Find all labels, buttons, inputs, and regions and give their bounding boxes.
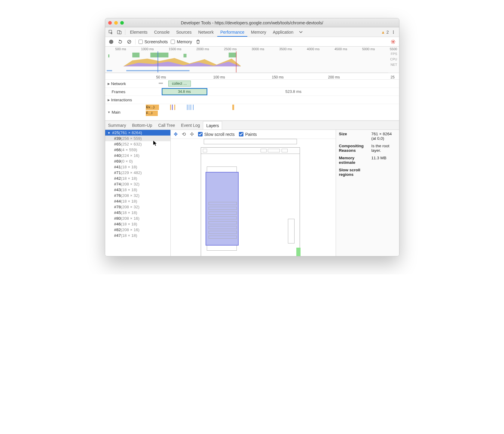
svg-rect-2 (119, 31, 121, 34)
more-tabs-icon[interactable] (297, 28, 305, 36)
svg-rect-18 (132, 53, 139, 57)
tab-application[interactable]: Application (270, 28, 297, 37)
flame-event[interactable]: Ev…) (146, 105, 159, 110)
layer-item[interactable]: #40(224 × 16) (105, 153, 170, 158)
reset-view-icon[interactable]: ✢ (190, 131, 194, 137)
record-button[interactable] (108, 39, 114, 45)
btab-summary[interactable]: Summary (105, 121, 129, 130)
overview-graph (105, 51, 388, 73)
paints-checkbox[interactable]: Paints (239, 132, 257, 137)
svg-line-7 (128, 41, 130, 43)
flame-ruler: 50 ms 100 ms 150 ms 200 ms 25 (105, 73, 399, 80)
inspect-icon[interactable] (107, 28, 115, 36)
btab-event-log[interactable]: Event Log (178, 121, 203, 130)
tab-elements[interactable]: Elements (127, 28, 151, 37)
layer-details: Size761 × 8264 (at 0,0) Compositing Reas… (336, 130, 399, 256)
svg-point-3 (393, 30, 394, 31)
capture-settings-icon[interactable] (390, 39, 396, 45)
perf-controls: Screenshots Memory (105, 37, 399, 47)
screenshots-checkbox[interactable]: Screenshots (139, 39, 168, 44)
svg-line-15 (392, 43, 392, 43)
layer-item[interactable]: #80(208 × 16) (105, 215, 170, 221)
devtools-window: Developer Tools - https://developers.goo… (105, 18, 399, 256)
svg-point-5 (393, 33, 394, 34)
viz-toolbar: ✥ ⟲ ✢ Slow scroll rects Paints (171, 130, 336, 139)
device-toggle-icon[interactable] (115, 28, 123, 36)
layer-item[interactable]: #46(18 × 18) (105, 221, 170, 227)
screenshots-label: Screenshots (145, 39, 168, 44)
btab-bottom-up[interactable]: Bottom-Up (129, 121, 155, 130)
memory-label: Memory (177, 39, 192, 44)
track-main[interactable]: ▼Main Ev…) F…l (105, 104, 399, 121)
layer-item[interactable]: #43(18 × 18) (105, 187, 170, 193)
cursor-icon (153, 141, 157, 146)
layers-panel: ▼ #25(761 × 8264)#39(256 × 559)#65(252 ×… (105, 130, 399, 256)
chevron-right-icon: ▶ (108, 98, 110, 102)
warning-icon: ▲ (381, 30, 385, 35)
svg-line-13 (392, 40, 392, 41)
frame-duration: 523.8 ms (286, 89, 301, 94)
frame-selected[interactable]: 34.8 ms (162, 89, 207, 95)
layer-item[interactable]: #41(18 × 18) (105, 164, 170, 170)
layer-item[interactable]: #39(256 × 559) (105, 136, 170, 141)
svg-rect-21 (228, 53, 236, 57)
track-interactions[interactable]: ▶Interactions (105, 96, 399, 104)
layer-item[interactable]: #78(208 × 32) (105, 204, 170, 210)
layer-item[interactable]: #69(0 × 0) (105, 158, 170, 164)
memory-checkbox[interactable]: Memory (171, 39, 192, 44)
kebab-menu-icon[interactable] (389, 28, 397, 36)
details-tabs: Summary Bottom-Up Call Tree Event Log La… (105, 121, 399, 130)
layer-item[interactable]: #71(229 × 482) (105, 170, 170, 176)
svg-rect-20 (183, 54, 186, 57)
viz-canvas[interactable] (171, 139, 336, 256)
svg-line-16 (394, 40, 395, 41)
tab-console[interactable]: Console (151, 28, 173, 37)
layer-item[interactable]: ▼ #25(761 × 8264) (105, 130, 170, 136)
flame-chart[interactable]: 50 ms 100 ms 150 ms 200 ms 25 ▶Network c… (105, 73, 399, 121)
overview-lane-labels: FPS CPU NET (390, 52, 397, 66)
layer-item[interactable]: #45(18 × 18) (105, 210, 170, 215)
panel-tabs: Elements Console Sources Network Perform… (105, 27, 399, 37)
layer-visualizer: ✥ ⟲ ✢ Slow scroll rects Paints (171, 130, 336, 256)
chevron-down-icon: ▼ (108, 111, 111, 114)
layer-item[interactable]: #76(208 × 32) (105, 193, 170, 198)
layer-item[interactable]: #44(18 × 18) (105, 198, 170, 204)
overview-timeline[interactable]: 500 ms 1000 ms 1500 ms 2000 ms 2500 ms 3… (105, 47, 399, 73)
svg-rect-17 (108, 54, 109, 57)
chevron-right-icon: ▶ (108, 82, 110, 85)
track-frames[interactable]: Frames 34.8 ms 523.8 ms (105, 88, 399, 96)
svg-point-4 (393, 32, 394, 32)
btab-layers[interactable]: Layers (203, 121, 222, 130)
reload-record-button[interactable] (117, 39, 123, 45)
tab-performance[interactable]: Performance (217, 28, 247, 37)
titlebar: Developer Tools - https://developers.goo… (105, 18, 399, 27)
svg-point-8 (393, 41, 394, 42)
layer-item[interactable]: #42(18 × 18) (105, 176, 170, 181)
track-network[interactable]: ▶Network collect … (105, 80, 399, 88)
pan-icon[interactable]: ✥ (174, 131, 178, 137)
layer-list[interactable]: ▼ #25(761 × 8264)#39(256 × 559)#65(252 ×… (105, 130, 171, 256)
layer-item[interactable]: #82(208 × 16) (105, 227, 170, 233)
svg-line-14 (394, 43, 395, 43)
layer-item[interactable]: #66(4 × 559) (105, 147, 170, 153)
svg-rect-19 (150, 53, 168, 57)
tab-network[interactable]: Network (195, 28, 217, 37)
tab-sources[interactable]: Sources (173, 28, 194, 37)
trash-button[interactable] (195, 39, 201, 45)
rotate-icon[interactable]: ⟲ (182, 131, 186, 137)
layer-item[interactable]: #74(208 × 32) (105, 181, 170, 187)
window-title: Developer Tools - https://developers.goo… (105, 20, 399, 25)
layer-item[interactable]: #65(252 × 632) (105, 141, 170, 147)
svg-rect-23 (107, 70, 112, 71)
tab-memory[interactable]: Memory (248, 28, 269, 37)
clear-button[interactable] (126, 39, 132, 45)
warning-count-value: 2 (386, 30, 389, 35)
btab-call-tree[interactable]: Call Tree (155, 121, 178, 130)
slow-scroll-rects-checkbox[interactable]: Slow scroll rects (198, 132, 235, 137)
flame-event[interactable]: F…l (146, 111, 158, 116)
layer-item[interactable]: #47(18 × 18) (105, 233, 170, 238)
warning-count[interactable]: ▲ 2 (381, 30, 389, 35)
